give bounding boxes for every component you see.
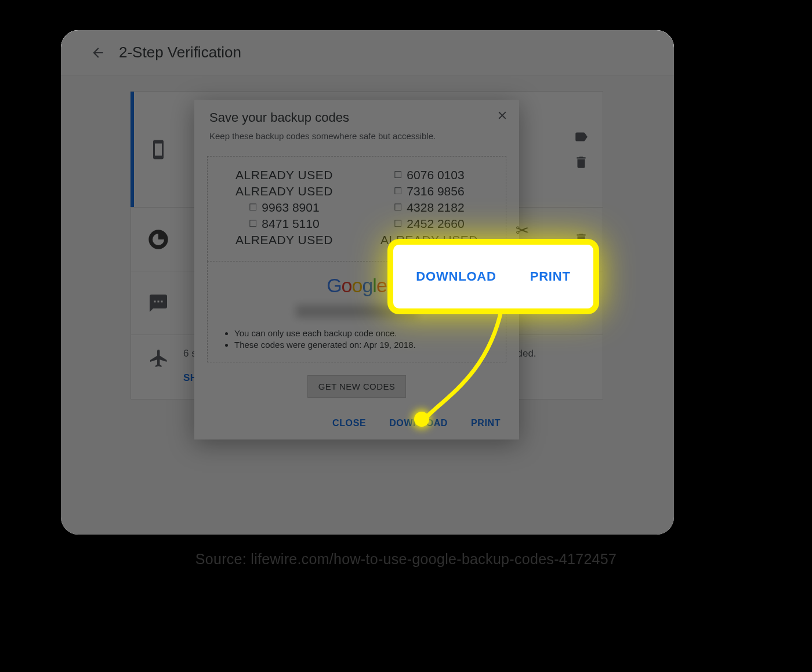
page-header: 2-Step Verification [61, 30, 674, 75]
checkbox-icon: ☐ [394, 186, 402, 196]
backup-code: ☐9963 8901 [215, 199, 354, 216]
backup-code: ALREADY USED [215, 232, 354, 248]
label-icon [574, 129, 589, 144]
dialog-print-button[interactable]: PRINT [467, 417, 504, 429]
callout-download: DOWNLOAD [416, 269, 496, 284]
checkbox-icon: ☐ [394, 202, 402, 212]
backup-code: ☐6076 0103 [360, 167, 499, 183]
backup-code: ALREADY USED [215, 183, 354, 199]
dialog-close-button[interactable]: CLOSE [329, 417, 369, 429]
get-new-codes-button[interactable]: GET NEW CODES [307, 375, 406, 398]
phone-icon [146, 137, 171, 162]
message-icon [146, 291, 171, 315]
back-button[interactable] [90, 45, 106, 61]
dialog-title: Save your backup codes [209, 110, 504, 125]
close-icon [496, 109, 509, 122]
arrow-left-icon [90, 45, 106, 60]
codes-note: These codes were generated on: Apr 19, 2… [234, 340, 493, 350]
active-indicator [130, 92, 134, 207]
scissors-icon: ✂ [516, 221, 529, 240]
backup-code: ☐4328 2182 [360, 199, 499, 216]
authenticator-icon [146, 227, 171, 252]
close-button[interactable] [496, 109, 509, 122]
backup-code: ☐7316 9856 [360, 183, 499, 199]
checkbox-icon: ☐ [394, 170, 402, 180]
checkbox-icon: ☐ [394, 219, 402, 228]
codes-notes: You can only use each backup code once. … [220, 328, 493, 350]
trash-icon[interactable] [574, 155, 589, 170]
checkbox-icon: ☐ [249, 219, 257, 228]
codes-note: You can only use each backup code once. [234, 328, 493, 338]
backup-code: ALREADY USED [215, 167, 354, 183]
page-title: 2-Step Verification [119, 43, 241, 61]
backup-code: ☐2452 2660 [360, 216, 499, 232]
backup-code: ☐8471 5110 [215, 216, 354, 232]
checkbox-icon: ☐ [249, 202, 257, 212]
source-caption: Source: lifewire.com/how-to-use-google-b… [0, 551, 812, 568]
dialog-actions: CLOSE DOWNLOAD PRINT [194, 398, 519, 435]
airplane-icon [148, 348, 169, 369]
dialog-subtitle: Keep these backup codes somewhere safe b… [209, 131, 504, 141]
highlight-callout: DOWNLOAD PRINT [393, 245, 593, 308]
callout-print: PRINT [530, 269, 571, 284]
callout-leader-dot [414, 412, 429, 427]
